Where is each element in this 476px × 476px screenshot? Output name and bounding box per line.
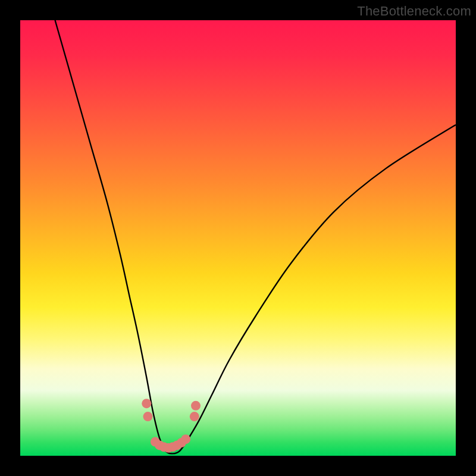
trough-marker xyxy=(181,434,190,444)
trough-marker xyxy=(142,399,151,408)
trough-marker xyxy=(190,412,199,421)
chart-svg xyxy=(20,20,456,456)
plot-area xyxy=(20,20,456,456)
trough-marker-group xyxy=(142,399,201,453)
watermark-text: TheBottleneck.com xyxy=(357,4,471,19)
trough-marker xyxy=(143,412,152,421)
bottleneck-curve xyxy=(55,20,456,453)
chart-frame: TheBottleneck.com xyxy=(0,0,476,476)
trough-marker xyxy=(191,401,201,411)
